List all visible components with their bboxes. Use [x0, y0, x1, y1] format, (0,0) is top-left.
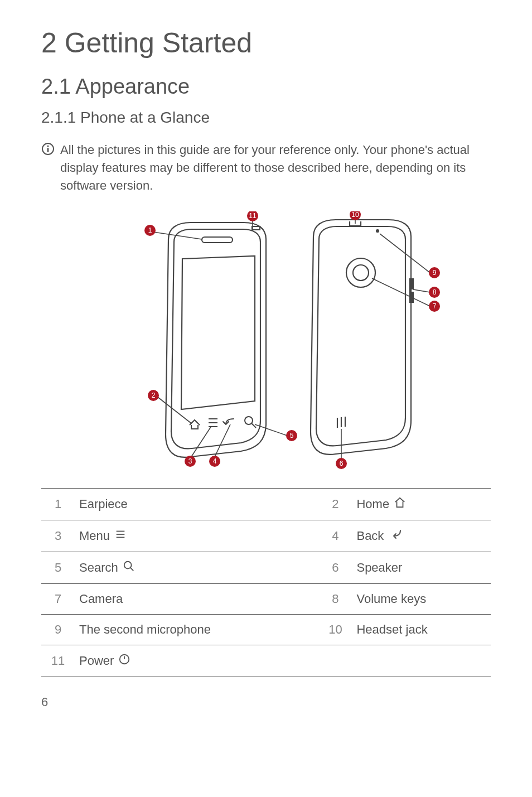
svg-rect-4	[202, 237, 233, 243]
part-number: 3	[41, 520, 75, 552]
part-label: Speaker	[352, 552, 491, 583]
part-number: 4	[318, 520, 352, 552]
part-label: Volume keys	[352, 583, 491, 614]
part-number: 6	[318, 552, 352, 583]
callout-badge: 6	[340, 460, 344, 467]
subsection-title: 2.1.1 Phone at a Glance	[41, 109, 491, 127]
svg-line-28	[130, 567, 133, 571]
part-label: Search	[79, 561, 118, 575]
svg-point-5	[245, 417, 253, 424]
parts-table: 1 Earpiece 2 Home 3 Menu	[41, 488, 491, 677]
chapter-title: 2 Getting Started	[41, 27, 491, 59]
part-label: Earpiece	[75, 488, 318, 520]
callout-badge: 11	[249, 212, 257, 220]
part-number: 2	[318, 488, 352, 520]
table-row: 11 Power	[41, 645, 491, 677]
callout-badge: 3	[188, 457, 192, 465]
callout-badge: 10	[351, 211, 359, 219]
page-number: 6	[41, 695, 491, 709]
svg-point-7	[346, 258, 375, 287]
info-icon	[41, 142, 55, 161]
table-row: 9 The second microphone 10 Headset jack	[41, 614, 491, 645]
menu-icon	[114, 528, 127, 544]
part-number: 9	[41, 614, 75, 645]
part-label: Menu	[79, 529, 110, 543]
callout-badge: 5	[290, 432, 294, 439]
search-icon	[123, 560, 135, 576]
svg-line-20	[372, 278, 430, 306]
part-label: Camera	[75, 583, 318, 614]
callout-badge: 9	[433, 269, 437, 277]
note-text: All the pictures in this guide are for y…	[60, 141, 491, 195]
part-number: 7	[41, 583, 75, 614]
svg-line-17	[255, 424, 287, 436]
callout-badge: 7	[433, 302, 437, 310]
svg-line-16	[215, 424, 230, 457]
svg-rect-2	[47, 148, 49, 152]
callout-badge: 1	[148, 226, 152, 234]
phone-diagram: 1 2 3 4 5 11 6 7 8 9 10	[41, 211, 491, 476]
power-icon	[118, 653, 130, 669]
callout-badge: 8	[433, 288, 437, 296]
part-label: Power	[79, 654, 114, 668]
part-number: 11	[41, 645, 75, 677]
table-row: 1 Earpiece 2 Home	[41, 488, 491, 520]
part-number: 10	[318, 614, 352, 645]
part-label: The second microphone	[75, 614, 318, 645]
part-number: 1	[41, 488, 75, 520]
home-icon	[394, 496, 406, 512]
table-row: 7 Camera 8 Volume keys	[41, 583, 491, 614]
svg-line-21	[413, 289, 430, 292]
svg-line-6	[252, 423, 256, 428]
svg-point-9	[376, 230, 379, 232]
callout-badge: 2	[152, 392, 156, 399]
svg-point-27	[124, 561, 131, 568]
part-label: Headset jack	[352, 614, 491, 645]
svg-point-8	[353, 265, 369, 281]
part-label: Home	[356, 497, 389, 511]
section-title: 2.1 Appearance	[41, 75, 491, 99]
svg-point-1	[47, 145, 49, 147]
back-icon	[388, 528, 403, 544]
part-label: Back	[356, 529, 384, 543]
part-number: 8	[318, 583, 352, 614]
part-number: 5	[41, 552, 75, 583]
table-row: 5 Search 6 Speaker	[41, 552, 491, 583]
svg-line-15	[191, 426, 211, 457]
note-block: All the pictures in this guide are for y…	[41, 141, 491, 195]
callout-badge: 4	[213, 457, 217, 465]
table-row: 3 Menu 4 Back	[41, 520, 491, 552]
